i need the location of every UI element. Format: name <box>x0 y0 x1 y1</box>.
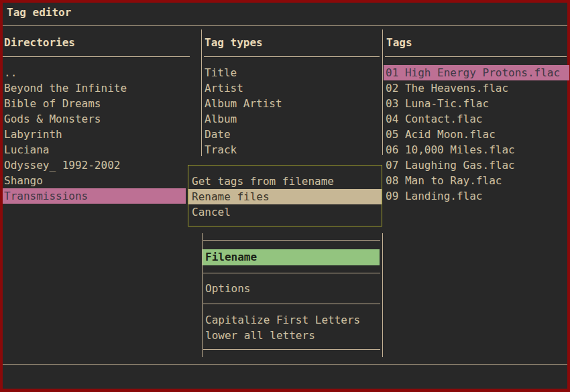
tags-header-separator <box>385 56 567 57</box>
tag-file-item[interactable]: 05 Acid Moon.flac <box>386 127 496 142</box>
tag-file-item[interactable]: 07 Laughing Gas.flac <box>386 157 515 173</box>
rename-panel-filename-tab[interactable]: Filename <box>203 249 380 265</box>
title-separator <box>3 25 567 26</box>
column-separator-right <box>382 29 383 155</box>
window-title: Tag editor <box>7 5 71 21</box>
tag-file-item[interactable]: 02 The Heavens.flac <box>386 80 508 96</box>
column-separator-left <box>201 29 202 156</box>
directory-item[interactable]: Odyssey_ 1992-2002 <box>4 157 120 173</box>
rename-panel-separator-mid1 <box>203 273 380 273</box>
rename-panel-separator-mid2 <box>203 304 380 304</box>
tag-types-header: Tag types <box>205 35 263 50</box>
status-bar-separator <box>3 364 567 365</box>
directory-item[interactable]: Shango <box>4 173 43 188</box>
tag-file-item-selected[interactable]: 01 High Energy Protons.flac <box>384 65 569 80</box>
directory-item-selected[interactable]: Transmissions <box>3 188 186 204</box>
context-menu-item-rename-files-selected[interactable]: Rename files <box>188 189 382 204</box>
directory-item[interactable]: Luciana <box>4 142 49 157</box>
directories-header: Directories <box>4 35 75 50</box>
rename-panel-separator-top <box>203 240 380 241</box>
directory-item[interactable]: Beyond the Infinite <box>4 80 127 96</box>
tag-type-item[interactable]: Album Artist <box>205 96 282 111</box>
context-menu: Get tags from filename Rename files Canc… <box>188 165 382 226</box>
rename-panel-options-item[interactable]: Options <box>205 281 250 296</box>
tag-type-item[interactable]: Title <box>205 65 237 80</box>
tag-file-item[interactable]: 08 Man to Ray.flac <box>386 173 502 188</box>
tag-type-item[interactable]: Date <box>205 127 231 142</box>
tag-type-item[interactable]: Album <box>205 111 237 127</box>
tag-file-item[interactable]: 06 10,000 Miles.flac <box>386 142 515 157</box>
tags-header: Tags <box>386 35 412 50</box>
rename-panel-border-right <box>382 233 383 357</box>
directory-item[interactable]: Labyrinth <box>4 127 62 142</box>
directory-item[interactable]: Bible of Dreams <box>4 96 101 111</box>
context-menu-item-cancel[interactable]: Cancel <box>192 204 231 220</box>
context-menu-item-get-tags[interactable]: Get tags from filename <box>192 174 334 189</box>
rename-panel-action-lowercase[interactable]: lower all letters <box>205 328 315 343</box>
directory-item-parent[interactable]: .. <box>4 65 17 80</box>
tag-file-item[interactable]: 09 Landing.flac <box>386 188 483 204</box>
rename-panel-separator-bottom <box>203 349 380 350</box>
tag-file-item[interactable]: 03 Luna-Tic.flac <box>386 96 489 111</box>
directories-header-separator <box>3 56 190 57</box>
directory-item[interactable]: Gods & Monsters <box>4 111 101 127</box>
rename-panel-action-capitalize[interactable]: Capitalize First Letters <box>205 312 360 328</box>
tag-type-item[interactable]: Artist <box>205 80 243 96</box>
tag-editor-window: Tag editor Directories Tag types Tags ..… <box>0 0 570 392</box>
tag-types-header-separator <box>204 56 380 57</box>
tag-file-item[interactable]: 04 Contact.flac <box>386 111 483 127</box>
tag-type-item[interactable]: Track <box>205 142 237 157</box>
